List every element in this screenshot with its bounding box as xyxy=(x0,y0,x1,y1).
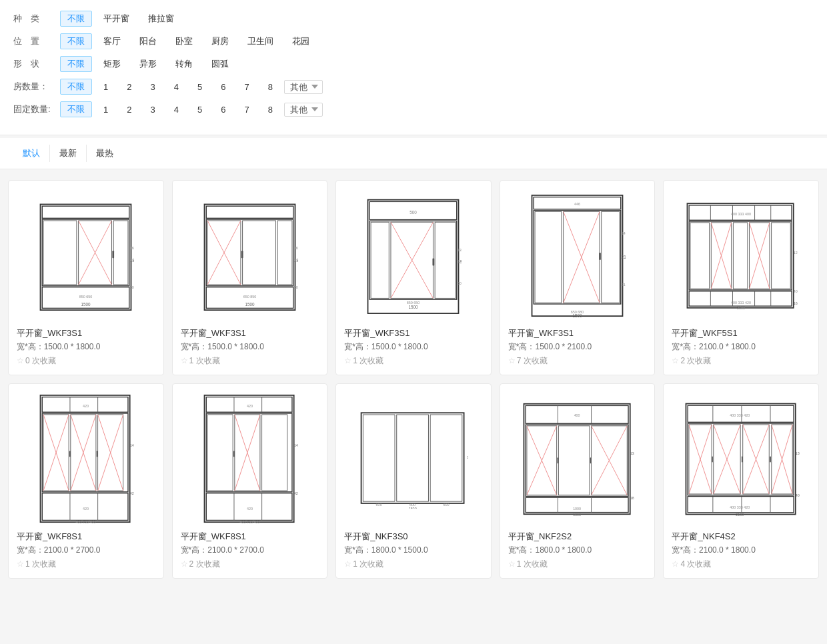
filter-btn-rooms-0[interactable]: 不限 xyxy=(60,79,92,95)
filter-btn-shape-4[interactable]: 圆弧 xyxy=(204,56,236,72)
sort-btn-default[interactable]: 默认 xyxy=(13,145,50,162)
filter-btn-fixed-2[interactable]: 2 xyxy=(119,103,139,117)
filter-btn-loc-5[interactable]: 卫生间 xyxy=(240,33,281,49)
svg-text:420: 420 xyxy=(130,491,134,495)
svg-text:500: 500 xyxy=(130,285,134,289)
svg-text:400  333  420: 400 333 420 xyxy=(731,300,751,304)
product-card-6[interactable]: 420 xyxy=(8,383,164,579)
svg-rect-60 xyxy=(688,203,794,308)
svg-text:2100: 2100 xyxy=(622,282,626,286)
svg-rect-54 xyxy=(599,252,601,259)
svg-text:420: 420 xyxy=(294,491,298,495)
filter-label-type: 种 类 xyxy=(13,13,60,25)
card-fav-8: ☆1 次收藏 xyxy=(344,559,483,570)
card-title-10: 平开窗_NKF4S2 xyxy=(672,531,810,543)
filter-btn-shape-0[interactable]: 不限 xyxy=(60,56,92,72)
filter-btn-fixed-7[interactable]: 7 xyxy=(237,103,256,117)
filter-btn-type-2[interactable]: 推拉窗 xyxy=(141,11,181,27)
filter-btn-rooms-5[interactable]: 5 xyxy=(190,80,209,94)
filter-btn-rooms-8[interactable]: 8 xyxy=(261,80,280,94)
filter-btn-loc-2[interactable]: 阳台 xyxy=(132,33,164,49)
filter-btn-loc-0[interactable]: 不限 xyxy=(60,33,92,49)
svg-rect-1 xyxy=(43,206,130,218)
svg-text:1800: 1800 xyxy=(294,257,298,262)
product-card-3[interactable]: 500 1500 1800 850 650 1300 500 平开窗_WKF3S… xyxy=(335,180,492,375)
svg-text:1338: 1338 xyxy=(630,451,634,455)
sort-btn-hottest[interactable]: 最热 xyxy=(87,145,123,162)
card-drawing-10: 400 333 420 xyxy=(672,392,810,525)
svg-rect-102 xyxy=(69,451,71,457)
svg-rect-45 xyxy=(532,195,623,315)
filter-btn-type-1[interactable]: 平开窗 xyxy=(96,11,137,27)
card-fav-6: ☆1 次收藏 xyxy=(17,559,155,570)
filter-options-fixed: 不限 1 2 3 4 5 6 7 8 其他 xyxy=(60,101,323,117)
filter-btn-rooms-3[interactable]: 3 xyxy=(143,80,162,94)
filter-btn-shape-2[interactable]: 异形 xyxy=(132,56,164,72)
filter-btn-rooms-2[interactable]: 2 xyxy=(119,80,139,94)
card-size-5: 宽*高：2100.0 * 1800.0 xyxy=(672,341,810,353)
svg-rect-67 xyxy=(689,221,792,290)
filter-btn-loc-1[interactable]: 客厅 xyxy=(96,33,128,49)
svg-text:1800: 1800 xyxy=(130,257,134,262)
card-drawing-3: 500 1500 1800 850 650 1300 500 xyxy=(344,189,483,322)
svg-rect-38 xyxy=(436,222,456,298)
card-title-1: 平开窗_WKF3S1 xyxy=(17,327,155,339)
card-title-7: 平开窗_WKF8S1 xyxy=(181,531,319,543)
filter-btn-type-0[interactable]: 不限 xyxy=(60,11,92,27)
card-size-2: 宽*高：1500.0 * 1800.0 xyxy=(181,341,319,353)
svg-text:420: 420 xyxy=(83,404,89,408)
card-title-5: 平开窗_WKF5S1 xyxy=(672,327,810,339)
filter-btn-rooms-6[interactable]: 6 xyxy=(213,80,233,94)
filter-btn-fixed-5[interactable]: 5 xyxy=(190,103,209,117)
card-size-1: 宽*高：1500.0 * 1800.0 xyxy=(17,341,155,353)
product-card-1[interactable]: 1500 1800 850 650 1600 500 平开窗_WKF3S1 宽*… xyxy=(8,180,164,375)
svg-rect-72 xyxy=(734,222,748,288)
product-card-8[interactable]: 600 600 600 1800 1500 平开窗_NKF3S0 宽*高：180… xyxy=(335,383,492,579)
filter-btn-fixed-3[interactable]: 3 xyxy=(143,103,162,117)
filter-btn-shape-3[interactable]: 转角 xyxy=(168,56,200,72)
product-card-4[interactable]: 446 1500 2100 650 680 1464 2100 平开窗_WKF3… xyxy=(500,180,656,375)
card-title-3: 平开窗_WKF3S1 xyxy=(344,327,483,339)
filter-btn-loc-6[interactable]: 花园 xyxy=(285,33,317,49)
filter-btn-loc-4[interactable]: 厨房 xyxy=(204,33,236,49)
product-card-7[interactable]: 420 420 400 700 400 1471 420 平开窗_ xyxy=(172,383,328,579)
filter-btn-rooms-7[interactable]: 7 xyxy=(237,80,256,94)
svg-text:1500: 1500 xyxy=(245,301,255,306)
filter-btn-rooms-1[interactable]: 1 xyxy=(96,80,115,94)
card-fav-2: ☆1 次收藏 xyxy=(181,355,319,367)
card-drawing-2: 1500 1800 650 850 1600 500 xyxy=(181,189,319,322)
card-drawing-1: 1500 1800 850 650 1600 500 xyxy=(17,189,155,322)
card-drawing-6: 420 xyxy=(17,392,155,525)
filter-btn-fixed-0[interactable]: 不限 xyxy=(60,101,92,117)
filter-btn-fixed-4[interactable]: 4 xyxy=(167,103,186,117)
svg-text:850  650: 850 650 xyxy=(79,294,93,298)
card-size-7: 宽*高：2100.0 * 2700.0 xyxy=(181,545,319,556)
svg-rect-21 xyxy=(243,220,276,284)
product-card-2[interactable]: 1500 1800 650 850 1600 500 平开窗_WKF3S1 宽*… xyxy=(172,180,328,375)
sort-btn-newest[interactable]: 最新 xyxy=(50,145,87,162)
product-card-5[interactable]: 400 333 400 xyxy=(663,180,819,375)
svg-text:400  333  400: 400 333 400 xyxy=(731,212,751,216)
svg-text:1800: 1800 xyxy=(409,507,417,509)
filter-btn-fixed-8[interactable]: 8 xyxy=(261,103,280,117)
filter-btn-shape-1[interactable]: 矩形 xyxy=(96,56,128,72)
filter-rooms-other[interactable]: 其他 xyxy=(284,80,323,94)
filter-label-fixed: 固定数量: xyxy=(13,103,60,115)
svg-rect-3 xyxy=(43,220,77,284)
filter-options-location: 不限 客厅 阳台 卧室 厨房 卫生间 花园 xyxy=(60,33,317,49)
filter-fixed-other[interactable]: 其他 xyxy=(284,103,323,117)
svg-rect-148 xyxy=(558,425,590,495)
filter-btn-fixed-6[interactable]: 6 xyxy=(213,103,233,117)
svg-rect-182 xyxy=(770,456,771,462)
product-card-10[interactable]: 400 333 420 xyxy=(663,383,819,579)
svg-text:2100: 2100 xyxy=(737,305,745,309)
filter-btn-loc-3[interactable]: 卧室 xyxy=(168,33,200,49)
filter-row-fixed: 固定数量: 不限 1 2 3 4 5 6 7 8 其他 xyxy=(13,101,814,117)
svg-rect-133 xyxy=(431,415,463,501)
product-card-9[interactable]: 400 1000 1800 xyxy=(500,383,656,579)
filter-row-rooms: 房数量： 不限 1 2 3 4 5 6 7 8 其他 xyxy=(13,79,814,95)
filter-row-location: 位 置 不限 客厅 阳台 卧室 厨房 卫生间 花园 xyxy=(13,33,814,49)
filter-btn-fixed-1[interactable]: 1 xyxy=(96,103,115,117)
svg-rect-7 xyxy=(113,220,128,284)
filter-btn-rooms-4[interactable]: 4 xyxy=(167,80,186,94)
